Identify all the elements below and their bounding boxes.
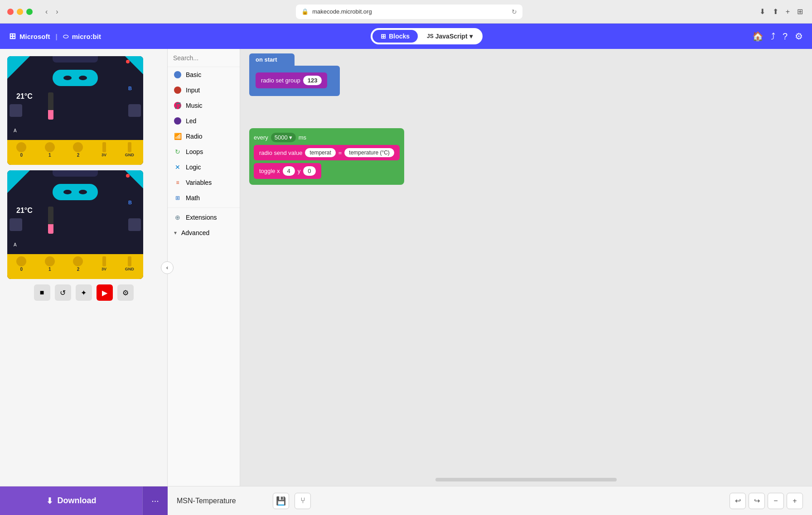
pin-2-b[interactable]: 2 (73, 256, 83, 272)
header-actions: 🏠 ⤴ ? ⚙ (752, 31, 803, 42)
lock-icon: 🔒 (301, 8, 309, 15)
microbit-face-bottom (53, 184, 98, 200)
a-label-top: A (14, 128, 17, 133)
download-button[interactable]: ⬇ Download (0, 486, 142, 515)
toolbox-item-basic[interactable]: Basic (168, 67, 240, 82)
toolbox-item-loops[interactable]: ↻ Loops (168, 144, 240, 159)
github-button[interactable]: ⑂ (295, 493, 311, 509)
led-dot-bottom (126, 174, 130, 178)
radio-set-group-block[interactable]: radio set group 123 (256, 72, 327, 88)
download-icon[interactable]: ⬇ (758, 5, 767, 18)
settings-button[interactable]: ⚙ (795, 31, 803, 42)
math-icon: ⊞ (174, 194, 181, 202)
search-input[interactable] (173, 54, 240, 62)
zoom-out-button[interactable]: − (768, 493, 784, 509)
microbit-label: micro:bit (72, 33, 101, 40)
close-button[interactable] (7, 9, 14, 15)
pin-0[interactable]: 0 (16, 142, 26, 158)
address-bar[interactable]: 🔒 makecode.microbit.org ↻ (296, 5, 522, 19)
microbit-sim-bottom: 21°C B A 0 (7, 170, 143, 279)
maximize-button[interactable] (26, 9, 33, 15)
stop-button[interactable]: ■ (34, 284, 50, 301)
collapse-panel-button[interactable]: ‹ (161, 261, 174, 274)
toggle-block[interactable]: toggle x 4 y 0 (254, 163, 321, 179)
btn-a-bottom[interactable] (10, 218, 22, 231)
javascript-mode-button[interactable]: JS JavaScript ▾ (419, 30, 481, 43)
toolbox-panel: 🔍 Basic Input 🎵 Music Led (168, 49, 240, 486)
led-dot-top (126, 60, 130, 63)
temp-display-top: 21°C (16, 92, 33, 101)
toolbox-item-advanced[interactable]: ▾ Advanced (168, 225, 240, 241)
bottom-bar: ⬇ Download ··· 💾 ⑂ ↩ ↪ − + (0, 486, 812, 515)
sim-settings-button[interactable]: ⚙ (117, 284, 134, 301)
input-icon (174, 87, 181, 94)
download-more-button[interactable]: ··· (142, 486, 168, 515)
radio-set-group-value[interactable]: 123 (303, 76, 322, 85)
bottom-bar-top: 0 1 2 3V (7, 140, 143, 165)
toolbox-item-led[interactable]: Led (168, 113, 240, 129)
blocks-mode-button[interactable]: ⊞ Blocks (372, 30, 418, 43)
block-canvas: on start radio set group 123 (240, 49, 812, 486)
reload-icon[interactable]: ↻ (512, 8, 517, 15)
btn-a-top[interactable] (10, 104, 22, 117)
minimize-button[interactable] (17, 9, 23, 15)
forward-button[interactable]: › (53, 6, 61, 17)
project-name-input[interactable] (177, 497, 267, 505)
temperature-label[interactable]: temperature (°C) (344, 148, 394, 157)
simulator-bottom: 21°C B A 0 (7, 170, 160, 279)
microsoft-logo: ⊞ (9, 31, 16, 41)
toolbox-item-input[interactable]: Input (168, 82, 240, 98)
workspace-panel: on start radio set group 123 (240, 49, 812, 486)
btn-b-top[interactable] (128, 104, 141, 117)
pin-0-b[interactable]: 0 (16, 256, 26, 272)
loops-icon: ↻ (174, 148, 181, 155)
share-browser-icon[interactable]: ⬆ (771, 5, 780, 18)
restart-button[interactable]: ↺ (55, 284, 71, 301)
play-button[interactable]: ▶ (97, 284, 113, 301)
toolbox-item-logic[interactable]: ✕ Logic (168, 159, 240, 175)
corner-tl (7, 56, 30, 79)
temp-display-bottom: 21°C (16, 207, 33, 215)
help-button[interactable]: ? (783, 31, 788, 42)
new-tab-icon[interactable]: + (784, 6, 792, 18)
btn-b-bottom[interactable] (128, 218, 141, 231)
undo-button[interactable]: ↩ (730, 493, 746, 509)
toolbox-item-music[interactable]: 🎵 Music (168, 98, 240, 113)
save-project-button[interactable]: 💾 (273, 493, 289, 509)
pin-2[interactable]: 2 (73, 142, 83, 158)
every-unit: ms (299, 134, 306, 141)
grid-icon[interactable]: ⊞ (795, 5, 805, 18)
share-button[interactable]: ⤴ (771, 31, 775, 42)
led-icon (174, 117, 181, 125)
every-value-dropdown[interactable]: 5000 ▾ (271, 133, 296, 142)
toolbox-item-variables[interactable]: ≡ Variables (168, 175, 240, 190)
pin-1[interactable]: 1 (45, 142, 55, 158)
a-label-bottom: A (14, 242, 17, 247)
radio-send-name[interactable]: temperat (305, 148, 335, 157)
toolbox-item-radio[interactable]: 📶 Radio (168, 129, 240, 144)
pin-3v-b: 3V (102, 256, 106, 271)
download-section: ⬇ Download ··· (0, 486, 168, 515)
toggle-label: toggle x (259, 168, 280, 174)
home-button[interactable]: 🏠 (752, 31, 764, 42)
radio-send-block[interactable]: radio send value temperat = temperature … (254, 145, 400, 160)
workspace-scrollbar[interactable] (435, 478, 617, 481)
toggle-y-val[interactable]: 0 (303, 166, 315, 176)
corner-tr (125, 56, 143, 74)
microsoft-label: Microsoft (19, 33, 50, 40)
toolbox-item-extensions[interactable]: ⊕ Extensions (168, 210, 240, 225)
advanced-arrow: ▾ (174, 230, 177, 236)
app-container: ⊞ Microsoft | ⬭ micro:bit ⊞ Blocks JS Ja… (0, 24, 812, 515)
zoom-in-button[interactable]: + (787, 493, 803, 509)
back-button[interactable]: ‹ (43, 6, 50, 17)
corner-tl-2 (7, 170, 30, 193)
radio-set-group-text: radio set group (261, 77, 300, 84)
toolbox-item-math[interactable]: ⊞ Math (168, 190, 240, 206)
pin-1-b[interactable]: 1 (45, 256, 55, 272)
toggle-x-val[interactable]: 4 (283, 166, 295, 176)
debug-button[interactable]: ✦ (76, 284, 92, 301)
redo-button[interactable]: ↪ (749, 493, 765, 509)
every-label: every (254, 134, 268, 141)
browser-titlebar: ‹ › 🔒 makecode.microbit.org ↻ ⬇ ⬆ + ⊞ (0, 0, 812, 24)
eyes-2 (63, 190, 87, 194)
